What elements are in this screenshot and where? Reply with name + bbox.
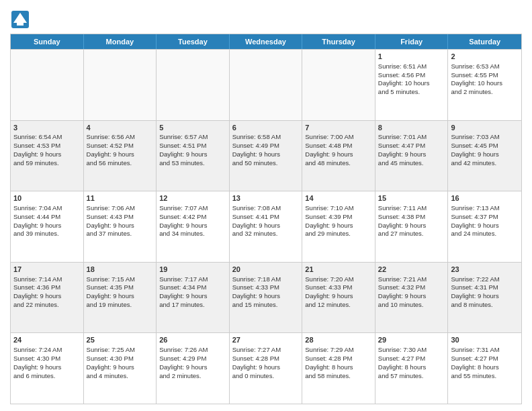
page: SundayMondayTuesdayWednesdayThursdayFrid… — [0, 0, 532, 411]
weekday-header: Monday — [84, 34, 157, 49]
day-info-line: Daylight: 9 hours — [13, 363, 81, 372]
day-info-line: Sunset: 4:37 PM — [451, 213, 519, 222]
day-info-line: and 55 minutes. — [451, 372, 519, 381]
calendar-cell: 3Sunrise: 6:54 AMSunset: 4:53 PMDaylight… — [11, 121, 84, 191]
day-number: 17 — [13, 265, 81, 275]
weekday-header: Sunday — [11, 34, 84, 49]
day-info-line: Sunset: 4:42 PM — [159, 213, 226, 222]
calendar-row: 17Sunrise: 7:14 AMSunset: 4:36 PMDayligh… — [11, 262, 521, 333]
day-info-line: Sunset: 4:48 PM — [305, 142, 372, 150]
day-info-line: Sunset: 4:27 PM — [451, 355, 519, 363]
svg-rect-2 — [17, 21, 24, 26]
day-info-line: Sunrise: 7:13 AM — [451, 204, 519, 213]
day-info-line: Daylight: 9 hours — [13, 222, 81, 230]
day-info-line: Daylight: 9 hours — [159, 222, 226, 230]
calendar-cell: 27Sunrise: 7:27 AMSunset: 4:28 PMDayligh… — [230, 333, 303, 404]
day-info-line: Sunrise: 7:00 AM — [305, 133, 372, 142]
calendar-body: 1Sunrise: 6:51 AMSunset: 4:56 PMDaylight… — [11, 49, 521, 404]
day-info-line: Sunrise: 7:06 AM — [87, 204, 154, 213]
day-info-line: and 45 minutes. — [378, 159, 445, 168]
day-info-line: Sunrise: 6:56 AM — [87, 133, 154, 142]
day-info-line: and 19 minutes. — [87, 301, 154, 310]
day-number: 13 — [232, 193, 300, 203]
day-info-line: Sunrise: 6:57 AM — [159, 133, 226, 142]
calendar-cell — [230, 50, 303, 120]
day-info-line: Sunset: 4:30 PM — [13, 355, 81, 363]
calendar-cell: 29Sunrise: 7:30 AMSunset: 4:27 PMDayligh… — [375, 333, 449, 404]
day-info-line: and 10 minutes. — [378, 301, 445, 310]
day-info-line: Sunrise: 7:10 AM — [305, 204, 372, 213]
day-info-line: Sunrise: 7:11 AM — [378, 204, 445, 213]
day-info-line: Daylight: 9 hours — [87, 363, 154, 372]
calendar-cell: 25Sunrise: 7:25 AMSunset: 4:30 PMDayligh… — [84, 333, 157, 404]
calendar-cell: 4Sunrise: 6:56 AMSunset: 4:52 PMDaylight… — [84, 121, 157, 191]
calendar-row: 24Sunrise: 7:24 AMSunset: 4:30 PMDayligh… — [11, 332, 521, 404]
day-info-line: Daylight: 8 hours — [305, 363, 372, 372]
day-info-line: Sunrise: 7:26 AM — [159, 346, 226, 355]
calendar-cell: 23Sunrise: 7:22 AMSunset: 4:31 PMDayligh… — [448, 263, 521, 333]
day-info-line: and 22 minutes. — [13, 301, 81, 310]
day-number: 6 — [232, 123, 300, 133]
day-info-line: and 56 minutes. — [87, 159, 154, 168]
day-info-line: Sunset: 4:28 PM — [305, 355, 372, 363]
day-number: 15 — [378, 193, 445, 203]
day-info-line: Daylight: 10 hours — [451, 79, 519, 88]
day-info-line: Daylight: 9 hours — [159, 292, 226, 301]
calendar-cell: 7Sunrise: 7:00 AMSunset: 4:48 PMDaylight… — [302, 121, 375, 191]
day-info-line: Sunrise: 7:17 AM — [159, 275, 226, 284]
day-info-line: Daylight: 9 hours — [451, 292, 519, 301]
calendar-cell: 26Sunrise: 7:26 AMSunset: 4:29 PMDayligh… — [157, 333, 230, 404]
calendar-cell: 9Sunrise: 7:03 AMSunset: 4:45 PMDaylight… — [448, 121, 521, 191]
calendar-cell: 28Sunrise: 7:29 AMSunset: 4:28 PMDayligh… — [302, 333, 375, 404]
day-info-line: and 53 minutes. — [159, 159, 226, 168]
calendar-cell: 8Sunrise: 7:01 AMSunset: 4:47 PMDaylight… — [375, 121, 449, 191]
day-number: 5 — [159, 123, 226, 133]
day-info-line: Sunset: 4:33 PM — [232, 283, 300, 292]
day-info-line: and 37 minutes. — [87, 230, 154, 238]
calendar-cell: 22Sunrise: 7:21 AMSunset: 4:32 PMDayligh… — [375, 263, 449, 333]
day-info-line: Sunrise: 7:29 AM — [305, 346, 372, 355]
day-info-line: Sunset: 4:56 PM — [378, 71, 445, 80]
day-info-line: Sunrise: 7:25 AM — [87, 346, 154, 355]
weekday-header: Saturday — [448, 34, 521, 49]
calendar-cell — [84, 50, 157, 120]
day-info-line: Daylight: 9 hours — [378, 292, 445, 301]
day-info-line: and 59 minutes. — [13, 159, 81, 168]
day-info-line: and 6 minutes. — [13, 372, 81, 381]
day-info-line: Daylight: 9 hours — [13, 150, 81, 159]
day-info-line: Sunrise: 6:51 AM — [378, 62, 445, 71]
calendar-cell: 6Sunrise: 6:58 AMSunset: 4:49 PMDaylight… — [230, 121, 303, 191]
day-info-line: and 48 minutes. — [305, 159, 372, 168]
day-info-line: Sunset: 4:33 PM — [305, 283, 372, 292]
calendar-cell: 5Sunrise: 6:57 AMSunset: 4:51 PMDaylight… — [157, 121, 230, 191]
calendar-row: 1Sunrise: 6:51 AMSunset: 4:56 PMDaylight… — [11, 49, 521, 120]
day-number: 27 — [232, 335, 300, 345]
weekday-header: Friday — [375, 34, 449, 49]
day-info-line: and 57 minutes. — [378, 372, 445, 381]
day-info-line: and 15 minutes. — [232, 301, 300, 310]
calendar-cell: 30Sunrise: 7:31 AMSunset: 4:27 PMDayligh… — [448, 333, 521, 404]
day-info-line: Sunset: 4:53 PM — [13, 142, 81, 150]
day-info-line: Sunset: 4:30 PM — [87, 355, 154, 363]
day-info-line: Daylight: 9 hours — [159, 363, 226, 372]
day-info-line: Daylight: 9 hours — [87, 292, 154, 301]
day-info-line: and 2 minutes. — [159, 372, 226, 381]
day-info-line: Sunrise: 7:20 AM — [305, 275, 372, 284]
day-info-line: Sunrise: 7:22 AM — [451, 275, 519, 284]
day-info-line: Sunrise: 7:21 AM — [378, 275, 445, 284]
day-info-line: Daylight: 9 hours — [232, 150, 300, 159]
day-info-line: Sunset: 4:45 PM — [451, 142, 519, 150]
calendar-cell: 20Sunrise: 7:18 AMSunset: 4:33 PMDayligh… — [230, 263, 303, 333]
day-number: 20 — [232, 265, 300, 275]
day-info-line: Daylight: 9 hours — [305, 222, 372, 230]
day-info-line: and 24 minutes. — [451, 230, 519, 238]
day-info-line: and 0 minutes. — [232, 372, 300, 381]
day-info-line: Sunset: 4:35 PM — [87, 283, 154, 292]
logo-icon — [10, 9, 30, 30]
day-info-line: Sunrise: 7:30 AM — [378, 346, 445, 355]
day-number: 12 — [159, 193, 226, 203]
calendar-cell: 2Sunrise: 6:53 AMSunset: 4:55 PMDaylight… — [448, 50, 521, 120]
day-info-line: Sunrise: 7:24 AM — [13, 346, 81, 355]
day-info-line: Daylight: 9 hours — [232, 292, 300, 301]
day-info-line: Sunrise: 7:18 AM — [232, 275, 300, 284]
